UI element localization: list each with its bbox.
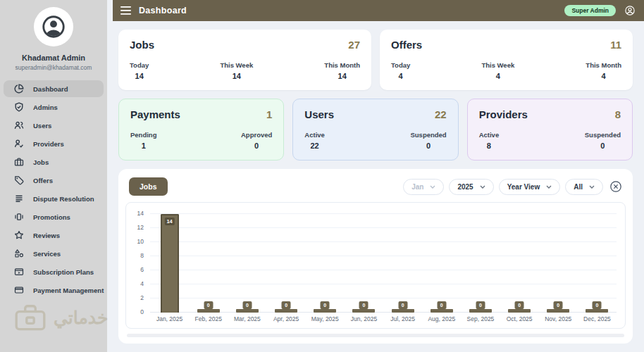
metric-active: Active 22 (304, 131, 325, 150)
sidebar-item-users[interactable]: Users (4, 117, 104, 134)
jobs-stat-card: Jobs 27 Today 14 This Week 14 This Month… (118, 30, 371, 90)
jobs-chart-panel: Jobs Jan 2025 Year View All (118, 169, 633, 344)
bar-value-label: 0 (593, 301, 602, 309)
metric-value: 1 (130, 142, 156, 150)
card-title: Providers (479, 108, 528, 120)
payments-stat-card: Payments 1 Pending 1 Approved 0 (118, 99, 284, 161)
bar[interactable] (197, 309, 220, 313)
x-axis: Jan, 2025Feb, 2025Mar, 2025Apr, 2025May,… (150, 315, 617, 325)
year-filter-dropdown[interactable]: 2025 (449, 179, 493, 195)
bar-column: 0 (306, 214, 345, 313)
bar-column: 0 (539, 214, 578, 313)
bar-column: 14 (150, 214, 189, 313)
metric-value: 22 (304, 142, 325, 150)
metric-pending: Pending 1 (130, 131, 156, 150)
bar[interactable] (392, 309, 414, 313)
dropdown-value: All (574, 183, 583, 191)
card-total: 11 (610, 39, 621, 51)
sidebar-item-providers[interactable]: Providers (4, 135, 104, 152)
sidebar-item-payment-management[interactable]: Payment Management (4, 282, 104, 298)
profile-icon[interactable] (624, 5, 636, 16)
bar[interactable]: 14 (161, 214, 179, 313)
chevron-down-icon (589, 185, 595, 189)
month-filter-dropdown[interactable]: Jan (403, 179, 444, 195)
providers-stat-card: Providers 8 Active 8 Suspended 0 (467, 99, 633, 161)
tag-icon (14, 175, 24, 185)
sidebar-menu: Dashboard Admins Users Providers Jobs (0, 80, 107, 298)
bar[interactable] (352, 309, 375, 313)
sidebar-item-label: Dispute Resolution (33, 195, 94, 203)
sidebar-item-services[interactable]: Services (4, 245, 104, 262)
metric-label: This Month (586, 61, 621, 69)
bar[interactable] (236, 309, 259, 313)
bar[interactable] (431, 309, 453, 313)
chart-horizontal-scrollbar[interactable] (127, 334, 624, 337)
avatar (34, 7, 73, 46)
bar-value-label: 0 (437, 301, 446, 309)
x-axis-label: Feb, 2025 (189, 315, 228, 325)
metric-label: Suspended (585, 131, 621, 139)
credit-card-icon (14, 285, 24, 295)
bar-value-label: 0 (398, 301, 407, 309)
sidebar-item-dispute-resolution[interactable]: Dispute Resolution (4, 190, 104, 207)
bar-column: 0 (267, 214, 306, 313)
clear-filters-button[interactable] (608, 180, 622, 193)
grid-zone: 1400000000000 (150, 214, 617, 313)
metric-this-week: This Week 4 (481, 61, 514, 80)
x-axis-label: May, 2025 (306, 315, 345, 325)
sidebar-item-reviews[interactable]: Reviews (4, 227, 104, 244)
bar-column: 0 (383, 214, 422, 313)
sidebar-user-name: Khadamat Admin (0, 54, 107, 62)
bar-value-label: 14 (164, 218, 174, 225)
pie-chart-icon (14, 84, 24, 94)
x-axis-label: Mar, 2025 (228, 315, 266, 325)
sidebar: Khadamat Admin superadmin@khadamat.com D… (0, 0, 107, 352)
bar-column: 0 (189, 214, 228, 313)
bar-column: 0 (500, 214, 539, 313)
bar-column: 0 (228, 214, 266, 313)
users-stat-card: Users 22 Active 22 Suspended 0 (292, 99, 458, 161)
metric-label: Pending (130, 131, 156, 139)
metric-today: Today 4 (391, 61, 410, 80)
y-tick-label: 10 (137, 238, 144, 245)
sidebar-item-dashboard[interactable]: Dashboard (4, 80, 104, 97)
metric-this-month: This Month 4 (586, 61, 621, 80)
bar[interactable] (586, 309, 608, 313)
shapes-icon (14, 249, 24, 258)
y-tick-label: 2 (140, 294, 144, 301)
sidebar-item-label: Subscription Plans (33, 268, 94, 276)
card-title: Users (304, 108, 334, 120)
chevron-down-icon (430, 185, 435, 189)
metric-label: This Week (220, 61, 253, 69)
bar-value-label: 0 (321, 301, 330, 309)
metric-value: 0 (241, 142, 272, 150)
bar[interactable] (508, 309, 531, 313)
status-filter-dropdown[interactable]: All (565, 179, 603, 195)
stats-row-1: Jobs 27 Today 14 This Week 14 This Month… (118, 30, 633, 90)
x-axis-label: Nov, 2025 (539, 315, 578, 325)
card-total: 8 (615, 108, 621, 120)
view-mode-dropdown[interactable]: Year View (499, 179, 561, 195)
jobs-tab-button[interactable]: Jobs (129, 177, 168, 196)
sidebar-item-promotions[interactable]: Promotions (4, 208, 104, 225)
sidebar-item-admins[interactable]: Admins (4, 99, 104, 115)
user-check-icon (14, 139, 24, 149)
bar[interactable] (469, 309, 492, 313)
sidebar-item-label: Dashboard (33, 85, 68, 93)
metric-label: Active (304, 131, 325, 139)
sidebar-item-jobs[interactable]: Jobs (4, 153, 104, 170)
bar[interactable] (547, 309, 569, 313)
sidebar-item-offers[interactable]: Offers (4, 172, 104, 189)
metric-label: Approved (241, 131, 272, 139)
sidebar-item-subscription-plans[interactable]: Subscription Plans (4, 263, 104, 280)
metric-label: Suspended (410, 131, 446, 139)
bar[interactable] (275, 309, 297, 313)
watermark-arabic-text: خدماتي (54, 308, 108, 328)
metric-suspended: Suspended 0 (585, 131, 621, 150)
metric-value: 4 (586, 72, 621, 80)
users-icon (14, 120, 24, 130)
chevron-down-icon (546, 185, 552, 189)
bar[interactable] (314, 309, 336, 313)
dropdown-value: Jan (411, 183, 423, 191)
hamburger-menu-icon[interactable] (120, 6, 131, 15)
